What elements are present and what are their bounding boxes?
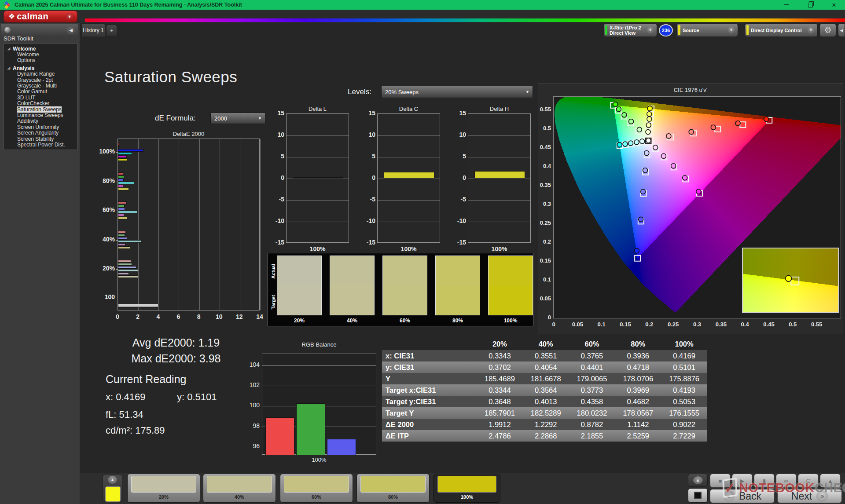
app-window: Calman 2025 Calman Ultimate for Business… — [0, 0, 845, 504]
level-swatch-button-20%[interactable]: 20% — [127, 474, 200, 503]
close-button[interactable]: ✕ — [831, 2, 837, 8]
chevron-down-icon: ▼ — [807, 26, 815, 34]
sidebar-item-screen-uniformity[interactable]: Screen Uniformity — [4, 124, 77, 130]
sidebar-item-luminance-sweeps[interactable]: Luminance Sweeps — [4, 112, 77, 118]
deltae-bar-cyan — [118, 152, 132, 155]
gridline — [468, 157, 530, 157]
y-tick-label: -15 — [453, 239, 466, 246]
y-tick-label: 100 — [246, 402, 260, 409]
table-row-label: Target Y — [382, 409, 477, 417]
sidebar-item-color-gamut[interactable]: Color Gamut — [4, 89, 77, 95]
sidebar-item-dynamic-range[interactable]: Dynamic Range — [4, 71, 77, 77]
sidebar-item-screen-stability[interactable]: Screen Stability — [4, 136, 77, 142]
sample-preview-control[interactable]: ▲ — [103, 474, 122, 502]
y-tick-label: 10 — [362, 131, 375, 138]
deltae-bar-yellow — [118, 275, 138, 278]
y-tick-label: -10 — [271, 217, 284, 224]
gridline — [158, 139, 159, 310]
rainbow-gradient-strip — [85, 18, 845, 22]
toolbar-icon-button-1[interactable]: ▶ — [732, 474, 753, 488]
sidebar-item-label: Screen Uniformity — [17, 124, 59, 130]
table-cell: 0.4013 — [523, 398, 569, 406]
gridline — [378, 222, 440, 222]
toolbar-icon-button-4[interactable]: C — [798, 474, 819, 488]
level-swatch-button-80%[interactable]: 80% — [356, 474, 430, 503]
table-cell: 0.4718 — [615, 363, 661, 372]
swatch-label: 60% — [382, 318, 427, 324]
calman-menu-button[interactable]: ❖ calman ▼ — [4, 11, 77, 22]
levels-dropdown[interactable]: 20% Sweeps ▼ — [381, 86, 533, 98]
sidebar-item-options[interactable]: Options — [4, 58, 77, 63]
sidebar-item-screen-angularity[interactable]: Screen Angularity — [4, 130, 77, 135]
level-swatch-button-100%[interactable]: 100% — [434, 474, 500, 503]
level-swatch-label: 100% — [434, 494, 500, 500]
tree-section-analysis[interactable]: ◢Analysis — [4, 65, 77, 71]
table-cell: 1.9912 — [477, 420, 523, 429]
tab-history-1[interactable]: History 1 — [81, 23, 105, 37]
sidebar-item-3d-lut[interactable]: 3D LUT — [4, 95, 77, 100]
y-tick — [116, 298, 118, 298]
tree-section-welcome[interactable]: ◢Welcome — [4, 46, 77, 51]
sidebar-item-saturation-sweeps[interactable]: Saturation Sweeps — [4, 106, 77, 112]
sidebar-item-label: Options — [17, 57, 35, 63]
add-tab-button[interactable]: + — [106, 25, 117, 36]
collapse-left-icon: ◀ — [840, 28, 843, 33]
table-row-label: ΔE 2000 — [382, 420, 477, 429]
table-header-row: 20%40%60%80%100% — [382, 338, 707, 350]
meter-status-bar — [605, 25, 607, 35]
table-column-header: 20% — [477, 340, 523, 348]
panel-up-button[interactable]: ▲ — [688, 474, 708, 487]
de-formula-dropdown[interactable]: 2000 ▼ — [210, 113, 265, 124]
table-row: ΔE 20001.99121.22920.87821.11420.9022 — [382, 419, 707, 430]
stop-measure-button[interactable] — [688, 488, 708, 503]
sidebar-item-colorchecker[interactable]: ColorChecker — [4, 101, 77, 106]
close-icon: ✕ — [832, 2, 837, 8]
calman-menu-arrow-icon: ▼ — [66, 13, 73, 21]
gridline — [199, 139, 200, 310]
sidebar-collapse-button[interactable]: ◀ — [66, 26, 75, 34]
swatch-40% — [330, 256, 375, 315]
gridline — [287, 179, 349, 179]
meter-dropdown[interactable]: X-Rite i1Pro 2Direct View ▼ — [603, 23, 657, 37]
sidebar-item-additivity[interactable]: Additivity — [4, 118, 77, 124]
table-row: Target y:CIE310.36480.40130.43580.46820.… — [382, 396, 707, 407]
gear-icon: ⚙ — [824, 25, 831, 35]
cie-inset-magnifier-canvas — [742, 248, 839, 313]
table-cell: 178.0706 — [615, 375, 661, 383]
next-button[interactable]: Next » — [777, 489, 842, 503]
cie-x-tick-label: 0.05 — [569, 321, 586, 328]
sidebar-item-grayscale-multi[interactable]: Grayscale - Multi — [4, 83, 77, 88]
level-swatch-button-40%[interactable]: 40% — [203, 474, 276, 503]
calman-logo-icon: ❖ — [8, 12, 15, 21]
level-swatch-color — [207, 476, 272, 493]
toolbar-icon-button-3[interactable]: ∞ — [776, 474, 797, 488]
table-row: Target x:CIE310.33440.35640.37730.39690.… — [382, 384, 707, 396]
toolbar-icon-button-2[interactable]: ▮ — [754, 474, 775, 488]
sidebar-item-grayscale-2pt[interactable]: Grayscale - 2pt — [4, 77, 77, 83]
restore-button[interactable] — [807, 2, 813, 8]
cie-x-tick-label: 0.1 — [593, 321, 610, 328]
source-dropdown[interactable]: Source ▼ — [676, 23, 738, 37]
settings-button[interactable]: ⚙ — [819, 23, 836, 37]
sidebar-item-welcome[interactable]: Welcome — [4, 51, 77, 57]
toolbar-glyph-icon: ▶ — [740, 478, 745, 484]
deltae-bar-magenta — [118, 243, 125, 246]
back-button[interactable]: « Back — [710, 489, 775, 503]
minimize-button[interactable] — [783, 2, 790, 8]
sidebar-item-spectral-power-dist-[interactable]: Spectral Power Dist. — [4, 142, 77, 147]
toolbar-icon-button-0[interactable]: ■ — [710, 474, 731, 488]
display-control-dropdown[interactable]: Direct Display Control ▼ — [745, 23, 818, 37]
swatch-label: 20% — [277, 318, 322, 324]
deltae-bar-red — [118, 260, 131, 263]
level-swatch-button-60%[interactable]: 60% — [280, 474, 353, 503]
panel-collapse-button[interactable]: ◀ — [838, 23, 845, 37]
toolbar-icon-button-5[interactable]: ▲ — [820, 474, 841, 488]
next-label: Next — [791, 490, 812, 502]
back-chevron-icon: « — [723, 490, 735, 502]
deltae-bar-cyan — [118, 240, 141, 243]
results-table: 20%40%60%80%100%x: CIE310.33430.35510.37… — [382, 338, 707, 442]
y-tick-label: 15 — [271, 110, 284, 117]
y-tick-label: 10 — [453, 131, 466, 138]
meter-count-badge[interactable]: 236 — [659, 24, 673, 37]
deltae-group-label: 100% — [86, 148, 115, 155]
